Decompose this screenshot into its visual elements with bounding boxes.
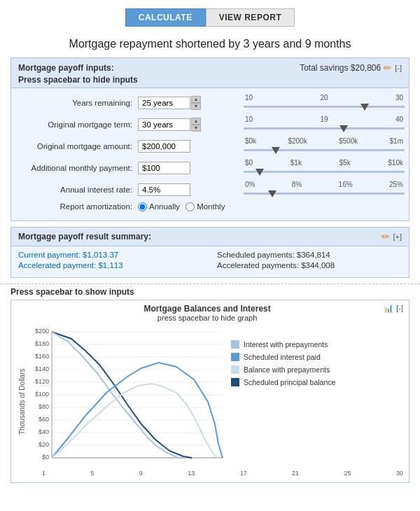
graph-section: Mortgage Balances and Interest press spa… <box>10 300 410 483</box>
graph-title-sub: press spacebar to hide graph <box>31 314 384 322</box>
chart-area: $200 $180 $160 $140 $120 $100 $80 $60 $4… <box>29 326 403 477</box>
result-accelerated-payments: Accelerated payments: $344,008 <box>217 261 402 270</box>
calculate-button[interactable]: CALCULATE <box>125 8 206 27</box>
spinner-down-mortgage-term[interactable]: ▼ <box>191 125 201 132</box>
inputs-header-subtitle: Press spacebar to hide inputs <box>18 74 138 86</box>
radio-annually-label[interactable]: Annually <box>138 202 180 211</box>
legend-item-1: Interest with prepayments <box>231 340 403 349</box>
result-accelerated-payments-text: Accelerated payments: $344,008 <box>217 261 335 270</box>
spinner-years-remaining: ▲ ▼ <box>191 96 201 110</box>
results-col-2: Scheduled payments: $364,814 Accelerated… <box>217 251 402 272</box>
input-mortgage-amount[interactable] <box>138 140 190 153</box>
graph-icons: 📊 [-] <box>384 304 403 313</box>
slider-ticks-4: $0 $1k $5k $10k <box>244 159 405 167</box>
inputs-header-right: Total savings $20,806 ✏ [-] <box>300 62 402 74</box>
spinner-mortgage-term: ▲ ▼ <box>191 118 201 132</box>
slider-ticks-1: 10 20 30 <box>244 94 405 102</box>
radio-options: Annually Monthly <box>138 202 225 211</box>
graph-body: Thousands of Dollars $200 $180 $160 $140… <box>11 323 409 482</box>
slider-track-1[interactable] <box>244 102 405 113</box>
total-savings-label: Total savings $20,806 <box>300 63 381 73</box>
slider-track-2[interactable] <box>244 123 405 134</box>
results-section: Mortgage payoff result summary: ✏ [+] Cu… <box>10 227 410 278</box>
result-scheduled-payments-text: Scheduled payments: $364,814 <box>217 251 330 259</box>
graph-bar-icon[interactable]: 📊 <box>384 304 393 313</box>
spinner-up-years-remaining[interactable]: ▲ <box>191 96 201 103</box>
radio-monthly[interactable] <box>186 202 195 211</box>
collapse-icon[interactable]: [-] <box>395 64 402 72</box>
radio-monthly-label[interactable]: Monthly <box>186 202 225 211</box>
graph-collapse-icon[interactable]: [-] <box>396 304 403 313</box>
slider-bar-4 <box>244 171 405 173</box>
field-row-mortgage-amount: Original mortgage amount: <box>15 137 239 155</box>
slider-track-3[interactable] <box>244 145 405 156</box>
main-title: Mortgage repayment shortened by 3 years … <box>0 32 420 57</box>
result-scheduled-payments: Scheduled payments: $364,814 <box>217 251 402 259</box>
slider-track-5[interactable] <box>244 188 405 200</box>
field-row-interest-rate: Annual interest rate: <box>15 181 239 199</box>
results-col-1: Current payment: $1,013.37 Accelerated p… <box>18 251 203 272</box>
press-spacebar-bar: Press spacebar to show inputs <box>0 284 420 300</box>
x-axis-ticks: 1 5 9 13 17 21 25 30 <box>29 470 403 477</box>
slider-bar-2 <box>244 127 405 130</box>
result-accelerated-payment: Accelerated payment: $1,113 <box>18 261 203 270</box>
results-header-title: Mortgage payoff result summary: <box>18 232 151 241</box>
input-interest-rate[interactable] <box>138 183 190 196</box>
legend-item-3: Balance with prepayments <box>231 365 403 374</box>
slider-thumb-4[interactable] <box>255 169 264 176</box>
spinner-up-mortgage-term[interactable]: ▲ <box>191 118 201 125</box>
inputs-section: Mortgage payoff inputs: Press spacebar t… <box>10 57 410 221</box>
slider-bar-5 <box>244 192 405 195</box>
label-report-amortization: Report amortization: <box>15 202 138 211</box>
result-accelerated-payment-text: Accelerated payment: $1,113 <box>18 261 123 270</box>
radio-annually-text: Annually <box>149 202 180 211</box>
legend-box-4 <box>231 378 239 386</box>
input-mortgage-term[interactable] <box>138 118 190 131</box>
legend-label-3: Balance with prepayments <box>244 365 330 374</box>
graph-header: Mortgage Balances and Interest press spa… <box>11 300 409 323</box>
slider-mortgage-term: 10 19 40 <box>244 115 405 134</box>
slider-thumb-1[interactable] <box>360 104 369 111</box>
legend-label-2: Scheduled interest paid <box>244 353 321 361</box>
inputs-right: 10 20 30 10 19 40 <box>239 94 405 215</box>
legend-label-1: Interest with prepayments <box>244 340 328 349</box>
chart-svg-container: $200 $180 $160 $140 $120 $100 $80 $60 $4… <box>29 326 225 468</box>
svg-text:$160: $160 <box>35 353 49 360</box>
edit-icon[interactable]: ✏ <box>384 62 392 74</box>
legend-box-2 <box>231 353 239 361</box>
y-axis-label: Thousands of Dollars <box>17 326 29 477</box>
svg-text:$20: $20 <box>38 441 49 448</box>
label-interest-rate: Annual interest rate: <box>15 186 138 194</box>
slider-thumb-3[interactable] <box>272 147 280 154</box>
field-row-mortgage-term: Original mortgage term: ▲ ▼ <box>15 115 239 134</box>
svg-text:$200: $200 <box>35 328 49 335</box>
spinner-down-years-remaining[interactable]: ▼ <box>191 103 201 110</box>
label-mortgage-term: Original mortgage term: <box>15 120 138 129</box>
view-report-button[interactable]: VIEW REPORT <box>206 8 295 27</box>
results-expand-icon[interactable]: [+] <box>393 232 402 241</box>
inputs-body: Years remaining: ▲ ▼ Original mortgage t… <box>11 88 409 220</box>
graph-legend: Interest with prepayments Scheduled inte… <box>231 326 403 468</box>
slider-track-4[interactable] <box>244 167 405 178</box>
input-years-remaining[interactable] <box>138 97 190 109</box>
legend-box-1 <box>231 340 239 349</box>
slider-years-remaining: 10 20 30 <box>244 94 405 113</box>
radio-row-amortization: Report amortization: Annually Monthly <box>15 202 239 211</box>
radio-annually[interactable] <box>138 202 147 211</box>
slider-thumb-5[interactable] <box>268 190 276 197</box>
svg-text:$180: $180 <box>35 340 49 347</box>
chart-with-legend: $200 $180 $160 $140 $120 $100 $80 $60 $4… <box>29 326 403 468</box>
input-monthly-payment[interactable] <box>138 162 190 174</box>
radio-monthly-text: Monthly <box>197 202 225 211</box>
legend-item-2: Scheduled interest paid <box>231 353 403 361</box>
slider-ticks-3: $0k $200k $500k $1m <box>244 137 405 145</box>
press-spacebar-text: Press spacebar to show inputs <box>10 287 134 297</box>
field-row-years-remaining: Years remaining: ▲ ▼ <box>15 94 239 112</box>
svg-text:$140: $140 <box>35 365 49 372</box>
svg-text:$80: $80 <box>38 403 49 410</box>
svg-text:$100: $100 <box>35 391 49 398</box>
slider-interest-rate: 0% 8% 16% 25% <box>244 181 405 200</box>
slider-thumb-2[interactable] <box>340 125 348 132</box>
results-header: Mortgage payoff result summary: ✏ [+] <box>11 227 409 246</box>
results-edit-icon[interactable]: ✏ <box>382 231 390 242</box>
